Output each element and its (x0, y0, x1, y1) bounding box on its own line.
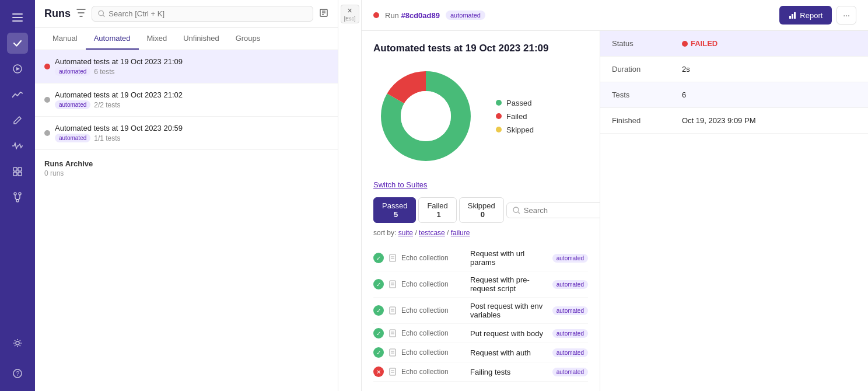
filter-tab-passed[interactable]: Passed 5 (373, 197, 416, 223)
tab-mixed[interactable]: Mixed (139, 28, 176, 50)
more-options-button[interactable]: ··· (836, 6, 856, 25)
sort-bar: sort by: suite / testcase / failure (373, 229, 588, 237)
close-panel: × [Esc] (338, 0, 362, 391)
grid-icon[interactable] (7, 161, 28, 182)
status-failed-badge: FAILED (682, 39, 718, 48)
test-status-pass: ✓ (373, 328, 384, 338)
filter-button[interactable] (76, 9, 86, 19)
test-search-box (506, 203, 600, 218)
test-collection-name: Echo collection (401, 280, 466, 288)
test-name: Failing tests (470, 368, 548, 376)
filter-tab-skipped[interactable]: Skipped 0 (459, 197, 504, 223)
page-title: Runs (44, 8, 71, 20)
help-icon[interactable]: ? (7, 363, 28, 384)
run-name: Automated tests at 19 Oct 2023 21:09 (55, 57, 328, 66)
run-name: Automated tests at 19 Oct 2023 21:02 (55, 90, 328, 99)
test-item[interactable]: ✓ Echo collection Request with pre-reque… (373, 271, 588, 298)
test-status-pass: ✓ (373, 347, 384, 358)
run-item[interactable]: Automated tests at 19 Oct 2023 21:09 aut… (35, 50, 338, 83)
legend-skipped: Skipped (496, 125, 534, 134)
svg-rect-34 (390, 254, 396, 261)
fork-icon[interactable] (7, 187, 28, 208)
collection-icon (388, 368, 397, 376)
svg-point-10 (19, 193, 21, 195)
legend-dot-skipped (496, 127, 502, 132)
report-button[interactable]: Report (779, 6, 832, 25)
sort-by-suite[interactable]: suite (398, 229, 413, 237)
svg-line-33 (518, 212, 520, 214)
collection-icon (388, 254, 397, 262)
test-status-pass: ✓ (373, 253, 384, 263)
meta-label-status: Status (612, 39, 682, 48)
meta-value-finished: Oct 19, 2023 9:09 PM (682, 116, 755, 125)
play-icon[interactable] (7, 58, 28, 79)
svg-rect-37 (390, 281, 396, 288)
test-automated-badge: automated (552, 348, 588, 357)
switch-to-suites-link[interactable]: Switch to Suites (373, 180, 588, 189)
svg-rect-8 (18, 172, 22, 176)
export-button[interactable] (319, 8, 328, 20)
test-name: Request with pre-request script (470, 275, 548, 293)
test-collection-name: Echo collection (401, 368, 466, 376)
test-name: Request with url params (470, 249, 548, 267)
sidebar: ? (0, 0, 35, 391)
collection-icon (388, 329, 397, 337)
esc-label: [Esc] (344, 16, 355, 22)
sort-by-failure[interactable]: failure (451, 229, 470, 237)
test-collection-name: Echo collection (401, 348, 466, 357)
test-item[interactable]: ✓ Echo collection Request with url param… (373, 245, 588, 271)
run-badge: automated (55, 134, 90, 142)
test-item[interactable]: ✓ Echo collection Request with auth auto… (373, 343, 588, 362)
run-name: Automated tests at 19 Oct 2023 20:59 (55, 124, 328, 132)
test-list: ✓ Echo collection Request with url param… (373, 245, 588, 382)
meta-row-finished: Finished Oct 19, 2023 9:09 PM (600, 108, 868, 134)
svg-rect-25 (792, 14, 793, 19)
svg-rect-46 (390, 349, 396, 356)
test-name: Post request with env variables (470, 302, 548, 319)
filter-tab-failed[interactable]: Failed 1 (418, 197, 456, 223)
edit-icon[interactable] (7, 110, 28, 131)
run-status-dot-gray (44, 97, 50, 103)
tab-manual[interactable]: Manual (44, 28, 86, 50)
chart-lines-icon[interactable] (7, 84, 28, 105)
meta-value-status: FAILED (682, 39, 718, 48)
test-status-pass: ✓ (373, 279, 384, 289)
test-name: Put request with body (470, 329, 548, 338)
status-dot (682, 41, 688, 47)
search-input[interactable] (108, 9, 307, 18)
gear-icon[interactable] (7, 333, 28, 354)
legend-failed: Failed (496, 112, 534, 121)
test-item[interactable]: ✓ Echo collection Put request with body … (373, 324, 588, 343)
test-status-pass: ✓ (373, 305, 384, 316)
run-content-area: Automated tests at 19 Oct 2023 21:09 83.… (362, 31, 868, 391)
close-panel-button[interactable]: × [Esc] (341, 5, 359, 23)
tab-automated[interactable]: Automated (86, 28, 139, 50)
tab-groups[interactable]: Groups (228, 28, 269, 50)
svg-rect-49 (390, 368, 396, 375)
tab-unfinished[interactable]: Unfinished (175, 28, 227, 50)
check-icon[interactable] (7, 33, 28, 54)
svg-rect-5 (13, 167, 17, 171)
run-detail-header: Run #8cd0ad89 automated Report ··· (362, 0, 868, 31)
test-status-fail: ✕ (373, 366, 384, 377)
meta-row-tests: Tests 6 (600, 82, 868, 108)
svg-rect-40 (390, 307, 396, 314)
test-automated-badge: automated (552, 306, 588, 315)
meta-table: Status FAILED Duration 2s Tests 6 (600, 31, 868, 134)
meta-value-tests: 6 (682, 90, 686, 99)
pulse-icon[interactable] (7, 135, 28, 156)
test-item[interactable]: ✓ Echo collection Post request with env … (373, 298, 588, 324)
svg-point-9 (14, 193, 16, 195)
run-item[interactable]: Automated tests at 19 Oct 2023 21:02 aut… (35, 83, 338, 117)
sort-by-testcase[interactable]: testcase (419, 229, 445, 237)
run-item[interactable]: Automated tests at 19 Oct 2023 20:59 aut… (35, 117, 338, 150)
test-search-input[interactable] (524, 206, 600, 215)
collection-icon (388, 280, 397, 288)
svg-rect-24 (789, 16, 791, 19)
meta-row-status: Status FAILED (600, 31, 868, 57)
hamburger-icon[interactable] (7, 7, 28, 28)
chart-legend-area: 83.3% 16.7% Passed Failed Ski (373, 64, 588, 169)
svg-point-32 (513, 207, 519, 212)
test-item[interactable]: ✕ Echo collection Failing tests automate… (373, 362, 588, 382)
test-collection-name: Echo collection (401, 329, 466, 337)
